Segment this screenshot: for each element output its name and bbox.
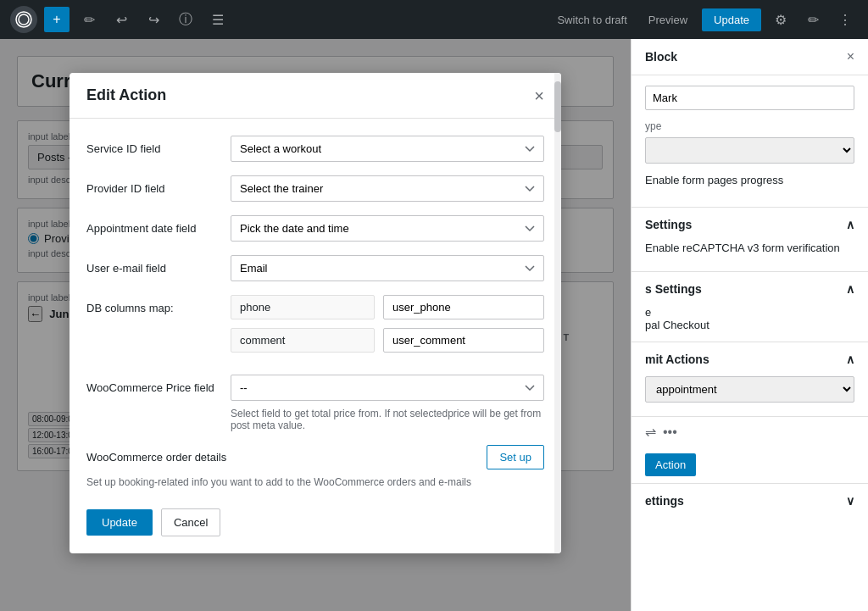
add-block-button[interactable]: + — [44, 7, 70, 32]
email-field-label: User e-mail field — [86, 262, 231, 275]
recaptcha-label: Enable reCAPTCHA v3 form verification — [645, 242, 840, 254]
setup-button[interactable]: Set up — [487, 445, 544, 469]
e-label: e — [645, 306, 854, 319]
email-field-row: User e-mail field Email — [86, 255, 544, 281]
provider-id-label: Provider ID field — [86, 182, 231, 195]
woo-price-row: WooCommerce Price field -- — [86, 375, 544, 401]
db-col-comment-name: comment — [231, 328, 375, 353]
edit-button[interactable]: ✏ — [76, 7, 102, 32]
db-row-comment: comment — [231, 328, 544, 353]
service-id-control: Select a workout — [231, 136, 544, 162]
s-settings-chevron-icon: ∧ — [846, 282, 854, 296]
type-label: ype — [645, 120, 854, 132]
db-col-comment-input[interactable] — [383, 328, 544, 353]
modal-update-button[interactable]: Update — [86, 509, 153, 536]
s-settings-content: e pal Checkout — [632, 306, 868, 342]
edit-action-modal: Edit Action × Service ID field Select a … — [70, 73, 561, 553]
submit-actions-accordion: mit Actions ∧ appointment — [632, 342, 868, 416]
settings-icon-button[interactable]: ⚙ — [768, 7, 793, 32]
footer-settings-accordion: ettings ∨ — [632, 483, 868, 518]
switch-to-draft-button[interactable]: Switch to draft — [550, 10, 633, 30]
db-row-phone: phone — [231, 295, 544, 319]
woo-order-label: WooCommerce order details — [86, 451, 226, 464]
wp-toolbar: + ✏ ↩ ↪ ⓘ ☰ Switch to draft Preview Upda… — [0, 0, 868, 39]
modal-header: Edit Action × — [70, 73, 561, 119]
woo-price-control: -- — [231, 375, 544, 401]
type-select[interactable] — [645, 137, 854, 164]
db-columns-section: DB columns map: phone comment — [86, 295, 544, 361]
provider-id-row: Provider ID field Select the trainer — [86, 175, 544, 202]
woo-price-select[interactable]: -- — [231, 375, 544, 401]
settings-label: Settings — [645, 218, 692, 231]
submit-actions-chevron-icon: ∧ — [846, 353, 854, 366]
footer-chevron-icon: ∨ — [846, 494, 854, 508]
more-options-button[interactable]: ⋮ — [832, 7, 858, 32]
action-btn-wrapper: Action — [632, 447, 868, 483]
enable-progress-label: Enable form pages progress — [645, 174, 783, 186]
submit-actions-content: appointment — [632, 376, 868, 416]
service-id-label: Service ID field — [86, 142, 231, 155]
shuffle-icon-button[interactable]: ⇌ — [645, 424, 656, 440]
modal-title: Edit Action — [86, 86, 166, 104]
action-button[interactable]: Action — [645, 453, 696, 476]
panel-icon-row: ⇌ ••• — [632, 416, 868, 447]
panel-title: Block — [645, 50, 677, 64]
settings-chevron-icon: ∧ — [846, 218, 854, 231]
redo-button[interactable]: ↪ — [141, 7, 166, 32]
list-view-button[interactable]: ☰ — [205, 7, 231, 32]
provider-id-control: Select the trainer — [231, 175, 544, 202]
db-columns-grid: phone comment — [231, 295, 544, 361]
enable-progress-row: Enable form pages progress — [645, 174, 854, 186]
mark-input[interactable] — [645, 86, 854, 110]
modal-cancel-button[interactable]: Cancel — [161, 508, 220, 536]
modal-body: Service ID field Select a workout Provid… — [70, 119, 561, 553]
woo-price-label: WooCommerce Price field — [86, 381, 231, 394]
update-button[interactable]: Update — [702, 8, 761, 31]
appointment-date-select[interactable]: Pick the date and time — [231, 215, 544, 242]
panel-close-button[interactable]: × — [847, 49, 854, 64]
settings-accordion-header[interactable]: Settings ∧ — [632, 208, 868, 242]
woo-hint: Select field to get total price from. If… — [231, 408, 544, 431]
left-panel: Current Post ID input label: Select a wo… — [0, 39, 631, 611]
s-settings-accordion-header[interactable]: s Settings ∧ — [632, 272, 868, 306]
scrollbar-track — [554, 73, 561, 553]
editor-area: Current Post ID input label: Select a wo… — [0, 39, 868, 611]
panel-header: Block × — [632, 39, 868, 75]
provider-id-select[interactable]: Select the trainer — [231, 175, 544, 202]
appointment-date-row: Appointment date field Pick the date and… — [86, 215, 544, 242]
more-icon-button[interactable]: ••• — [663, 425, 677, 440]
settings-accordion-content: Enable reCAPTCHA v3 form verification — [632, 242, 868, 271]
appointment-date-control: Pick the date and time — [231, 215, 544, 242]
footer-settings-label: ettings — [645, 494, 684, 508]
db-col-phone-name: phone — [231, 295, 375, 319]
modal-overlay: Edit Action × Service ID field Select a … — [0, 39, 631, 611]
submit-actions-header[interactable]: mit Actions ∧ — [632, 342, 868, 376]
wp-logo — [10, 6, 37, 33]
appointment-select[interactable]: appointment — [645, 376, 854, 403]
s-settings-label: s Settings — [645, 282, 702, 296]
footer-settings-header[interactable]: ettings ∨ — [632, 484, 868, 518]
submit-actions-label: mit Actions — [645, 353, 709, 366]
s-settings-accordion: s Settings ∧ e pal Checkout — [632, 271, 868, 342]
tools-button[interactable]: ✏ — [800, 7, 826, 32]
recaptcha-row: Enable reCAPTCHA v3 form verification — [645, 242, 854, 254]
woo-order-hint: Set up booking-related info you want to … — [86, 476, 544, 488]
email-field-select[interactable]: Email — [231, 255, 544, 281]
email-field-control: Email — [231, 255, 544, 281]
appointment-date-label: Appointment date field — [86, 222, 231, 235]
woo-order-row: WooCommerce order details Set up — [86, 445, 544, 469]
modal-close-button[interactable]: × — [534, 87, 544, 104]
db-col-phone-input[interactable] — [383, 295, 544, 319]
preview-button[interactable]: Preview — [641, 9, 695, 31]
pal-checkout-label: pal Checkout — [645, 319, 854, 331]
service-id-select[interactable]: Select a workout — [231, 136, 544, 162]
right-panel: Block × ype Enable form pages progress S… — [631, 39, 868, 611]
service-id-row: Service ID field Select a workout — [86, 136, 544, 162]
modal-footer: Update Cancel — [86, 505, 544, 536]
settings-accordion: Settings ∧ Enable reCAPTCHA v3 form veri… — [632, 207, 868, 271]
scrollbar-thumb[interactable] — [554, 81, 561, 132]
info-button[interactable]: ⓘ — [173, 7, 198, 32]
panel-content: ype Enable form pages progress — [632, 75, 868, 207]
undo-button[interactable]: ↩ — [108, 7, 134, 32]
db-columns-label: DB columns map: — [86, 295, 231, 314]
